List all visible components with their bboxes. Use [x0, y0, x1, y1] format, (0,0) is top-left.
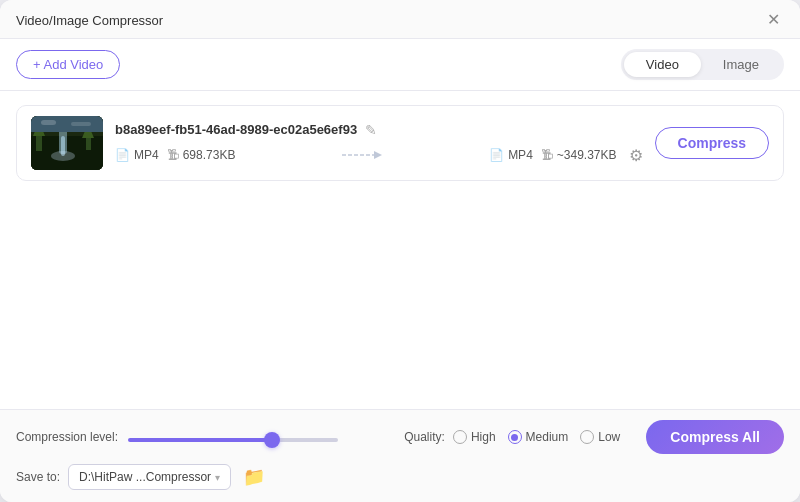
radio-dot-medium	[511, 434, 518, 441]
save-path-button[interactable]: D:\HitPaw ...Compressor ▾	[68, 464, 231, 490]
radio-low-label: Low	[598, 430, 620, 444]
file-info: b8a89eef-fb51-46ad-8989-ec02a5e6ef93 ✎ 📄…	[115, 122, 643, 165]
file-name-row: b8a89eef-fb51-46ad-8989-ec02a5e6ef93 ✎	[115, 122, 643, 138]
svg-rect-11	[71, 122, 91, 126]
size-icon-output: 🗜	[541, 148, 553, 162]
source-format-label: MP4	[134, 148, 159, 162]
radio-circle-medium	[508, 430, 522, 444]
source-format: 📄 MP4	[115, 148, 159, 162]
compression-section: Compression level:	[16, 428, 374, 446]
file-name: b8a89eef-fb51-46ad-8989-ec02a5e6ef93	[115, 122, 357, 137]
size-icon-source: 🗜	[167, 148, 179, 162]
radio-group: High Medium Low	[453, 430, 620, 444]
file-icon-source: 📄	[115, 148, 130, 162]
close-button[interactable]: ✕	[763, 10, 784, 30]
file-row: b8a89eef-fb51-46ad-8989-ec02a5e6ef93 ✎ 📄…	[16, 105, 784, 181]
arrow-icon	[342, 147, 382, 163]
thumbnail-image	[31, 116, 103, 170]
output-format: 📄 MP4	[489, 148, 533, 162]
quality-label: Quality:	[404, 430, 445, 444]
file-icon-output: 📄	[489, 148, 504, 162]
file-source-meta: 📄 MP4 🗜 698.73KB	[115, 148, 235, 162]
compression-label: Compression level:	[16, 430, 118, 444]
main-content: b8a89eef-fb51-46ad-8989-ec02a5e6ef93 ✎ 📄…	[0, 91, 800, 409]
svg-point-8	[51, 151, 75, 161]
radio-high-label: High	[471, 430, 496, 444]
folder-icon: 📁	[243, 467, 265, 487]
svg-rect-10	[41, 120, 56, 125]
source-size-label: 698.73KB	[183, 148, 236, 162]
edit-icon[interactable]: ✎	[365, 122, 377, 138]
app-window: Video/Image Compressor ✕ + Add Video Vid…	[0, 0, 800, 502]
radio-medium-label: Medium	[526, 430, 569, 444]
arrow-area	[235, 147, 489, 163]
toolbar: + Add Video Video Image	[0, 39, 800, 91]
file-output-meta: 📄 MP4 🗜 ~349.37KB ⚙	[489, 146, 642, 165]
radio-circle-low	[580, 430, 594, 444]
window-title: Video/Image Compressor	[16, 13, 163, 28]
svg-marker-13	[374, 151, 382, 159]
quality-section: Quality: High Medium Low	[404, 430, 620, 444]
radio-circle-high	[453, 430, 467, 444]
chevron-down-icon: ▾	[215, 472, 220, 483]
source-size: 🗜 698.73KB	[167, 148, 236, 162]
output-size: 🗜 ~349.37KB	[541, 148, 617, 162]
video-thumbnail	[31, 116, 103, 170]
radio-high[interactable]: High	[453, 430, 496, 444]
slider-container	[128, 428, 338, 446]
compress-button[interactable]: Compress	[655, 127, 769, 159]
add-video-button[interactable]: + Add Video	[16, 50, 120, 79]
output-size-label: ~349.37KB	[557, 148, 617, 162]
folder-browse-button[interactable]: 📁	[239, 464, 269, 490]
settings-icon[interactable]: ⚙	[629, 146, 643, 165]
radio-medium[interactable]: Medium	[508, 430, 569, 444]
titlebar: Video/Image Compressor ✕	[0, 0, 800, 39]
save-row: Save to: D:\HitPaw ...Compressor ▾ 📁	[0, 460, 800, 502]
file-meta-row: 📄 MP4 🗜 698.73KB	[115, 146, 643, 165]
compression-slider[interactable]	[128, 438, 338, 442]
tab-image[interactable]: Image	[701, 52, 781, 77]
save-path-text: D:\HitPaw ...Compressor	[79, 470, 211, 484]
compression-row: Compression level: Quality: High Medium	[0, 410, 800, 460]
thumbnail-svg	[31, 116, 103, 170]
tab-group: Video Image	[621, 49, 784, 80]
save-label: Save to:	[16, 470, 60, 484]
radio-low[interactable]: Low	[580, 430, 620, 444]
tab-video[interactable]: Video	[624, 52, 701, 77]
output-format-label: MP4	[508, 148, 533, 162]
compress-all-button[interactable]: Compress All	[646, 420, 784, 454]
